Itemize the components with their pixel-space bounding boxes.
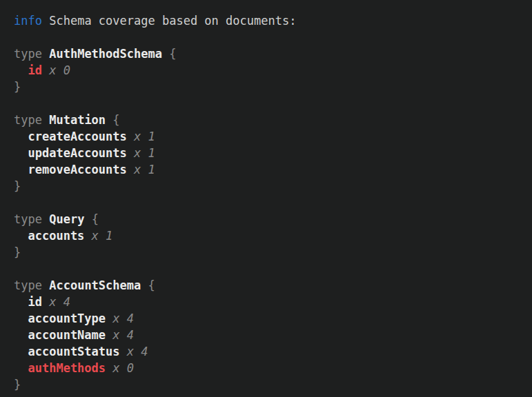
field-row: id x 4 (14, 294, 525, 310)
field-name: id (28, 63, 41, 77)
times-symbol: x (134, 163, 141, 176)
field-name: removeAccounts (28, 163, 126, 176)
type-declaration: type Query { (14, 211, 525, 227)
type-keyword: type (14, 113, 42, 127)
blank-line (14, 29, 525, 45)
open-brace: { (169, 47, 176, 61)
blank-line (14, 194, 525, 211)
open-brace: { (92, 212, 99, 226)
info-line: info Schema coverage based on documents: (14, 12, 525, 29)
field-name: authMethods (28, 361, 106, 375)
field-row: removeAccounts x 1 (14, 161, 525, 178)
field-row: accountType x 4 (14, 310, 525, 327)
field-count: 0 (127, 361, 134, 375)
type-declaration: type AccountSchema { (14, 277, 525, 294)
field-count: 4 (127, 328, 134, 342)
terminal-output[interactable]: info Schema coverage based on documents:… (0, 0, 532, 397)
field-row: updateAccounts x 1 (14, 145, 525, 161)
close-brace: } (14, 179, 21, 193)
field-row: createAccounts x 1 (14, 128, 525, 145)
close-brace: } (14, 378, 21, 391)
field-row: accountStatus x 4 (14, 343, 525, 360)
field-count: 1 (106, 229, 112, 243)
field-row: id x 0 (14, 62, 525, 79)
field-name: accountName (28, 328, 106, 342)
type-declaration: type AuthMethodSchema { (14, 45, 525, 62)
field-count: 0 (63, 63, 70, 77)
blank-line (14, 261, 525, 277)
info-message: Schema coverage based on documents: (49, 14, 296, 28)
field-name: accountType (28, 312, 106, 325)
field-count: 4 (127, 312, 134, 325)
field-name: createAccounts (28, 130, 126, 143)
field-count: 4 (141, 345, 148, 358)
blank-line (14, 95, 525, 112)
close-brace: } (14, 80, 21, 94)
type-keyword: type (14, 212, 42, 226)
type-name: Query (49, 212, 84, 226)
field-row: authMethods x 0 (14, 360, 525, 376)
open-brace: { (112, 113, 119, 127)
field-count: 4 (63, 295, 70, 309)
field-row: accountName x 4 (14, 327, 525, 343)
field-name: updateAccounts (28, 146, 126, 160)
times-symbol: x (112, 361, 119, 375)
close-brace-line: } (14, 244, 525, 261)
field-name: accounts (28, 229, 84, 243)
field-count: 1 (148, 130, 155, 143)
times-symbol: x (134, 146, 141, 160)
times-symbol: x (92, 229, 99, 243)
field-name: id (28, 295, 41, 309)
close-brace-line: } (14, 79, 525, 95)
field-count: 1 (148, 163, 155, 176)
field-count: 1 (148, 146, 155, 160)
field-name: accountStatus (28, 345, 119, 358)
type-keyword: type (14, 47, 42, 61)
times-symbol: x (112, 328, 119, 342)
close-brace-line: } (14, 178, 525, 194)
info-tag: info (14, 14, 42, 28)
open-brace: { (148, 278, 155, 292)
type-name: AuthMethodSchema (49, 47, 162, 61)
times-symbol: x (112, 312, 119, 325)
close-brace-line: } (14, 376, 525, 393)
type-declaration: type Mutation { (14, 112, 525, 128)
times-symbol: x (127, 345, 134, 358)
close-brace: } (14, 245, 21, 259)
times-symbol: x (49, 63, 56, 77)
type-name: Mutation (49, 113, 106, 127)
times-symbol: x (134, 130, 141, 143)
type-keyword: type (14, 278, 42, 292)
type-name: AccountSchema (49, 278, 141, 292)
times-symbol: x (49, 295, 56, 309)
field-row: accounts x 1 (14, 227, 525, 244)
